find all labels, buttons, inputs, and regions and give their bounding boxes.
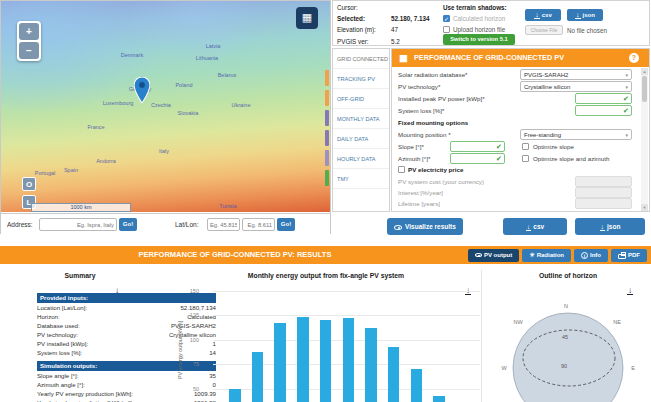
help-icon[interactable]: ? <box>629 53 639 63</box>
selected-label: Selected: <box>337 15 365 22</box>
zoom-in-button[interactable]: + <box>19 23 39 40</box>
results-section: PERFORMANCE OF GRID-CONNECTED PV: RESULT… <box>0 246 651 402</box>
latlon-go-button[interactable]: Go! <box>277 218 295 231</box>
db-select[interactable]: PVGIS-SARAH2▾ <box>520 69 632 80</box>
sidebar-item-grid-connected[interactable]: GRID CONNECTED <box>333 49 389 69</box>
menu-indicator-off-grid <box>325 90 329 106</box>
sun-icon: ☀ <box>529 252 534 258</box>
tab-label: Radiation <box>537 249 564 262</box>
table-row: Slope angle [°]:35 <box>37 371 216 380</box>
compass-label-ne: NE <box>607 319 627 325</box>
tab-radiation[interactable]: ☀Radiation <box>522 249 571 262</box>
radial-tick-90: 90 <box>554 363 574 369</box>
gridline <box>213 291 480 292</box>
sidebar-item-tracking-pv[interactable]: TRACKING PV <box>333 69 389 89</box>
lat-input[interactable] <box>207 218 240 231</box>
json-download-button[interactable]: ↓json <box>567 9 603 21</box>
chevron-down-icon: ▾ <box>625 130 628 140</box>
bar-sep <box>411 369 423 402</box>
row-value: 14 <box>209 348 216 357</box>
address-go-button[interactable]: Go! <box>119 218 137 231</box>
row-label: Slope angle [°]: <box>37 371 78 380</box>
tab-pv-output[interactable]: PV output <box>468 249 519 262</box>
form-json-button[interactable]: ↓json <box>575 218 645 235</box>
system-cost-input <box>575 176 632 187</box>
scroll-up-icon[interactable]: ▲ <box>641 68 648 75</box>
y-tick-label: 100 <box>181 337 199 343</box>
sidebar-item-off-grid[interactable]: OFF-GRID <box>333 89 389 109</box>
y-tick-label: 75 <box>181 361 199 367</box>
visualize-results-button[interactable]: Visualize results <box>387 218 463 235</box>
map-label-lithuania: Lithuania <box>175 55 239 61</box>
pv-price-checkbox[interactable] <box>398 166 405 173</box>
sidebar-item-tmy[interactable]: TMY <box>333 169 389 189</box>
y-tick-label: 150 <box>181 288 199 294</box>
radial-tick-45: 45 <box>555 334 575 340</box>
optimize-both-checkbox[interactable] <box>522 155 529 162</box>
choose-file-button[interactable]: Choose File <box>525 25 563 35</box>
sidebar-item-hourly-data[interactable]: HOURLY DATA <box>333 149 389 169</box>
form-scrollbar[interactable]: ▲ ▼ <box>641 68 648 211</box>
map[interactable]: DenmarkLatviaLithuaniaBelarusPolandGerma… <box>1 1 330 212</box>
cursor-label: Cursor: <box>337 4 358 11</box>
menu-indicator-daily-data <box>325 130 329 146</box>
row-value: 52.180,7.134 <box>180 303 216 312</box>
address-input[interactable] <box>39 218 117 231</box>
system-cost-label: PV system cost (your currency) <box>398 178 484 185</box>
map-tool-button[interactable]: ▦ <box>296 7 318 29</box>
horizon-download-icon[interactable]: ↓ <box>627 282 633 300</box>
map-overlay-button[interactable]: O <box>22 177 36 191</box>
upload-horizon-label: Upload horizon file <box>453 26 505 33</box>
upload-horizon-checkbox[interactable] <box>443 26 450 33</box>
mounting-select[interactable]: Free-standing▾ <box>520 129 632 140</box>
sidebar-item-monthly-data[interactable]: MONTHLY DATA <box>333 109 389 129</box>
table-section-header: Provided inputs: <box>37 293 216 303</box>
switch-version-button[interactable]: Switch to version 5.1 <box>443 34 515 45</box>
tech-label: PV technology* <box>398 83 440 90</box>
bar-jul <box>365 328 377 402</box>
map-zoom-control: + − <box>17 21 41 61</box>
tab-pdf[interactable]: PDF <box>611 249 647 262</box>
form-csv-button[interactable]: ↓csv <box>503 218 567 235</box>
table-row: Location [Lat/Lon]:52.180,7.134 <box>37 303 216 312</box>
interest-label: Interest [%/year] <box>398 189 443 196</box>
bar-jan <box>229 389 241 402</box>
valid-check-icon: ✔ <box>623 93 629 104</box>
map-label-poland: Poland <box>152 82 216 88</box>
column-divider <box>481 270 482 402</box>
valid-check-icon: ✔ <box>496 153 502 164</box>
row-label: Location [Lat/Lon]: <box>37 303 87 312</box>
menu-indicator-monthly-data <box>325 110 329 126</box>
calculated-horizon-label: Calculated horizon <box>453 15 505 22</box>
interest-input <box>575 187 632 198</box>
sidebar-item-daily-data[interactable]: DAILY DATA <box>333 129 389 149</box>
slope-label: Slope [°]* <box>398 143 424 150</box>
terrain-shadows-label: Use terrain shadows: <box>443 4 507 11</box>
map-marker-icon[interactable] <box>134 77 150 103</box>
results-title: PERFORMANCE OF GRID-CONNECTED PV: RESULT… <box>0 246 470 264</box>
mounting-label: Mounting position * <box>398 131 451 138</box>
y-tick-label: 50 <box>181 386 199 392</box>
row-value: 35 <box>209 371 216 380</box>
scroll-down-icon[interactable]: ▼ <box>641 204 648 211</box>
horizon-polar-chart <box>483 302 651 402</box>
menu-indicator-tmy <box>325 170 329 186</box>
top-right-panel: Cursor: Selected: 52.180, 7.134 Elevatio… <box>331 0 651 246</box>
lon-input[interactable] <box>242 218 275 231</box>
optimize-slope-checkbox[interactable] <box>522 143 529 150</box>
table-row: Yearly in-plane irradiation [kWh/m²]:126… <box>37 398 216 402</box>
csv-download-button[interactable]: ↓csv <box>525 9 561 21</box>
tab-info[interactable]: iInfo <box>574 249 608 262</box>
download-icon: ↓ <box>526 224 532 231</box>
row-label: System loss [%]: <box>37 348 82 357</box>
scroll-thumb[interactable] <box>642 76 647 102</box>
map-label-italy: Italy <box>132 148 196 154</box>
info-icon: i <box>581 252 588 259</box>
pv-price-label: PV electricity price <box>408 166 463 173</box>
peak-power-label: Installed peak PV power [kWp]* <box>398 95 485 102</box>
tech-select[interactable]: Crystalline silicon▾ <box>520 81 632 92</box>
eye-icon <box>475 253 482 257</box>
row-label: PV installed [kWp]: <box>37 339 88 348</box>
zoom-out-button[interactable]: − <box>19 42 39 59</box>
calculated-horizon-checkbox[interactable]: ✓ <box>443 15 450 22</box>
